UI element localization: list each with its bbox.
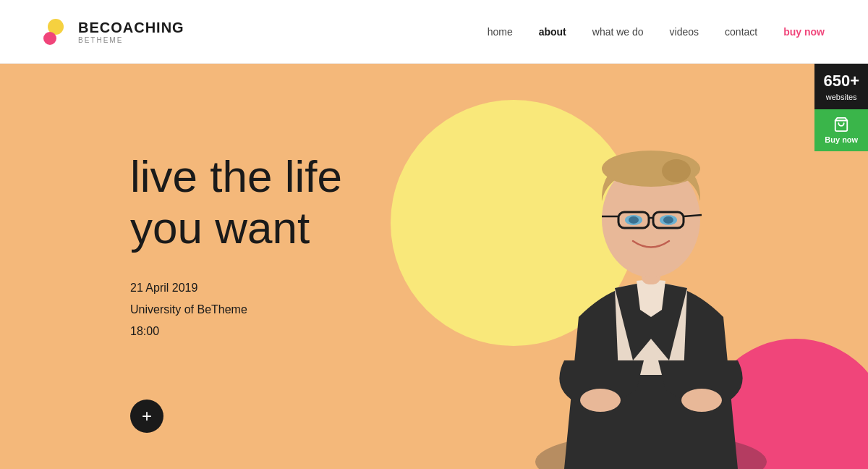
side-panel-websites: 650+ websites — [814, 64, 868, 109]
svg-point-14 — [580, 389, 621, 412]
hero-content: live the life you want 21 April 2019 Uni… — [130, 151, 342, 343]
svg-point-13 — [663, 216, 673, 224]
plus-button[interactable]: + — [130, 400, 163, 433]
hero-heading-line2: you want — [130, 203, 310, 253]
nav-what-we-do[interactable]: what we do — [592, 26, 644, 38]
hero-location: University of BeTheme — [130, 299, 342, 321]
side-panel: 650+ websites Buy now — [814, 64, 868, 151]
hero-heading: live the life you want — [130, 151, 342, 254]
hero-details: 21 April 2019 University of BeTheme 18:0… — [130, 277, 342, 343]
nav-buy-now[interactable]: buy now — [783, 26, 825, 38]
nav-home[interactable]: home — [488, 26, 513, 38]
hero-person-illustration — [492, 85, 810, 469]
header: BECOACHING BETHEME home about what we do… — [0, 0, 868, 64]
hero-time: 18:00 — [130, 321, 342, 342]
hero-date: 21 April 2019 — [130, 277, 342, 299]
websites-label: websites — [826, 93, 857, 101]
nav-about[interactable]: about — [539, 26, 566, 38]
logo-title: BECOACHING — [78, 20, 184, 36]
logo-dots — [43, 19, 69, 45]
hero-heading-line1: live the life — [130, 151, 342, 201]
svg-point-15 — [681, 389, 722, 412]
logo-area: BECOACHING BETHEME — [43, 19, 184, 45]
nav-videos[interactable]: videos — [670, 26, 699, 38]
svg-point-12 — [629, 216, 639, 224]
logo-subtitle: BETHEME — [78, 36, 184, 44]
side-panel-buy-button[interactable]: Buy now — [814, 109, 868, 151]
logo-dot-pink — [43, 32, 56, 45]
shopping-bag-icon — [833, 117, 849, 132]
nav-contact[interactable]: contact — [725, 26, 757, 38]
website-count: 650+ — [823, 71, 859, 92]
buy-now-label: Buy now — [825, 135, 858, 144]
svg-point-4 — [662, 159, 691, 182]
hero-section: live the life you want 21 April 2019 Uni… — [0, 64, 868, 469]
logo-text: BECOACHING BETHEME — [78, 20, 184, 44]
main-nav: home about what we do videos contact buy… — [488, 26, 825, 38]
